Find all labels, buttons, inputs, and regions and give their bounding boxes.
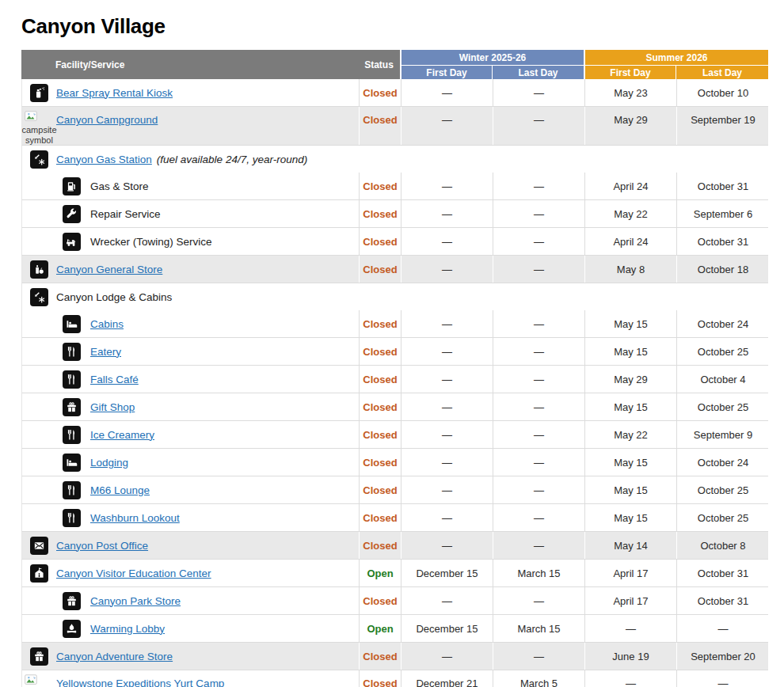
summer-last-day: October 4 — [676, 366, 769, 393]
gift-icon — [30, 647, 48, 666]
facility-link[interactable]: Falls Café — [90, 374, 139, 385]
table-row: Ice Creamery Closed — — May 22 September… — [21, 421, 768, 449]
summer-last-day: October 31 — [676, 228, 769, 255]
summer-last-day: October 31 — [676, 173, 769, 199]
bed-icon — [63, 454, 81, 472]
winter-last-day: — — [493, 476, 584, 503]
summer-last-day: October 18 — [676, 256, 769, 283]
utensils-icon — [63, 426, 81, 444]
table-row-group-header: Canyon Lodge & Cabins — [21, 283, 768, 310]
facility-link[interactable]: Canyon Post Office — [56, 540, 148, 552]
summer-first-day: April 17 — [584, 560, 676, 586]
utensils-icon — [63, 343, 81, 361]
status-badge: Closed — [359, 338, 401, 365]
table-row: Canyon Post Office Closed — — May 14 Oct… — [21, 532, 768, 560]
facility-link[interactable]: Cabins — [90, 318, 124, 330]
facility-link[interactable]: Eatery — [90, 346, 121, 358]
general-store-icon — [30, 260, 48, 279]
summer-first-day: — — [584, 615, 676, 642]
facility-link[interactable]: Ice Creamery — [90, 429, 154, 441]
gift-icon — [63, 398, 81, 416]
table-row: Gas & Store Closed — — April 24 October … — [21, 173, 768, 200]
facility-label: Wrecker (Towing) Service — [90, 236, 212, 248]
winter-last-day: — — [493, 421, 584, 448]
status-badge: Closed — [359, 670, 401, 687]
winter-last-day: — — [493, 338, 584, 365]
status-badge: Closed — [359, 421, 401, 448]
facility-link[interactable]: Canyon Gas Station — [56, 154, 152, 165]
gift-icon — [63, 592, 81, 610]
facility-note: (fuel available 24/7, year-round) — [157, 154, 307, 165]
summer-first-day: May 15 — [584, 449, 676, 476]
status-badge: Closed — [359, 228, 401, 255]
winter-first-day: — — [401, 476, 493, 503]
winter-last-day: — — [493, 107, 584, 145]
facility-link[interactable]: Gift Shop — [90, 401, 135, 413]
facility-link[interactable]: Canyon General Store — [56, 264, 162, 275]
winter-first-day: — — [401, 393, 493, 420]
bed-icon — [63, 315, 81, 333]
status-column-header: Status — [358, 50, 400, 79]
table-row: campsite symbol Canyon Campground Closed… — [21, 107, 768, 146]
winter-first-day: — — [401, 79, 493, 106]
summer-first-day: May 22 — [584, 200, 676, 227]
table-header: Facility/Service Status Winter 2025-26 S… — [21, 50, 768, 79]
facility-label: Gas & Store — [90, 180, 149, 192]
table-row: Falls Café Closed — — May 29 October 4 — [21, 366, 768, 393]
facility-link[interactable]: M66 Lounge — [90, 484, 150, 496]
summer-first-day: May 15 — [584, 504, 676, 531]
campsite-symbol-broken-image: campsite symbol — [23, 111, 56, 145]
table-row: Repair Service Closed — — May 22 Septemb… — [21, 200, 768, 228]
status-badge: Open — [359, 560, 401, 586]
summer-first-day: May 15 — [584, 476, 676, 503]
facility-column-header: Facility/Service — [21, 50, 358, 79]
winter-last-day: — — [493, 200, 584, 227]
summer-first-day: May 15 — [584, 338, 676, 365]
status-badge: Closed — [359, 532, 401, 559]
status-badge: Closed — [359, 107, 401, 145]
wrench-icon — [63, 205, 81, 223]
winter-first-day: December 15 — [401, 560, 493, 586]
summer-last-day: October 25 — [676, 476, 769, 503]
summer-last-day: October 24 — [676, 449, 769, 476]
winter-last-day: — — [493, 504, 584, 531]
facility-link[interactable]: Canyon Campground — [56, 114, 158, 126]
facility-link[interactable]: Washburn Lookout — [90, 512, 180, 524]
table-row: Warming Lobby Open December 15 March 15 … — [21, 615, 768, 643]
summer-last-day: September 9 — [676, 421, 769, 448]
broken-image-alt-text: campsite symbol — [21, 125, 56, 145]
winter-first-day: — — [401, 256, 493, 283]
tow-truck-icon — [63, 233, 81, 251]
winter-first-day: — — [401, 310, 493, 337]
winter-last-day-header: Last Day — [492, 65, 584, 79]
facility-link[interactable]: Warming Lobby — [90, 623, 165, 635]
summer-group-header: Summer 2026 — [584, 50, 768, 65]
facility-link[interactable]: Yellowstone Expeditions Yurt Camp — [56, 678, 224, 687]
winter-first-day: — — [401, 449, 493, 476]
facility-link[interactable]: Canyon Visitor Education Center — [56, 567, 211, 579]
summer-last-day: October 31 — [676, 560, 769, 586]
facility-link[interactable]: Canyon Adventure Store — [56, 651, 173, 662]
winter-last-day: — — [493, 228, 584, 255]
utensils-icon — [63, 481, 81, 499]
winter-last-day: — — [493, 256, 584, 283]
bear-spray-icon — [30, 84, 48, 102]
winter-last-day: — — [493, 643, 584, 670]
winter-last-day: — — [493, 532, 584, 559]
summer-first-day: May 15 — [584, 393, 676, 420]
summer-first-day: May 22 — [584, 421, 676, 448]
status-badge: Closed — [359, 173, 401, 199]
summer-last-day: October 25 — [676, 393, 769, 420]
winter-group-header: Winter 2025-26 — [400, 50, 584, 65]
winter-first-day: December 21 — [401, 670, 493, 687]
winter-last-day: — — [493, 310, 584, 337]
summer-last-day: October 8 — [676, 532, 769, 559]
facility-link[interactable]: Canyon Park Store — [90, 595, 181, 607]
status-badge: Closed — [359, 200, 401, 227]
winter-first-day: — — [401, 173, 493, 199]
facility-link[interactable]: Bear Spray Rental Kiosk — [56, 87, 173, 99]
status-badge: Closed — [359, 366, 401, 393]
facility-link[interactable]: Lodging — [90, 457, 128, 469]
winter-last-day: — — [493, 79, 584, 106]
table-row: Canyon General Store Closed — — May 8 Oc… — [21, 256, 768, 283]
